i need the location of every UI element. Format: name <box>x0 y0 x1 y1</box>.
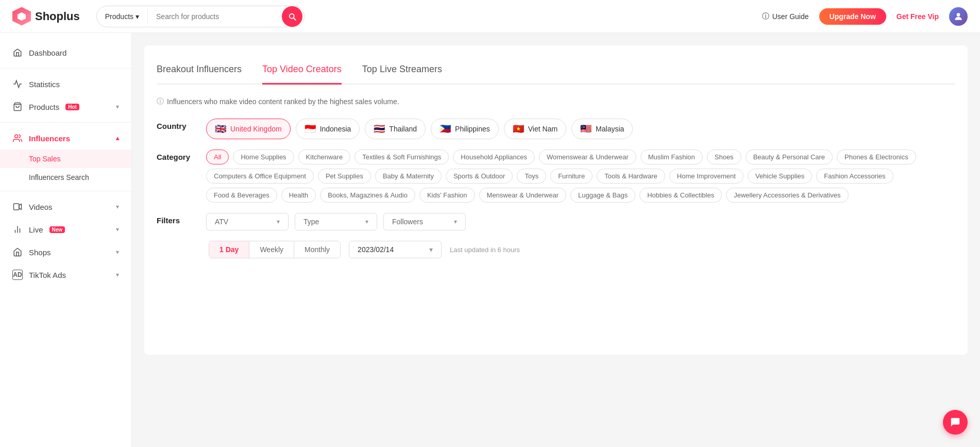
category-btn-fashion-accessories[interactable]: Fashion Accessories <box>816 169 893 184</box>
filters-row: Filters ATV ▾ Type ▾ Followers ▾ <box>157 213 955 230</box>
country-label-ph: Philippines <box>455 125 490 133</box>
atv-filter[interactable]: ATV ▾ <box>206 213 289 230</box>
category-btn-home-improvement[interactable]: Home Improvement <box>669 169 744 184</box>
filter-controls: ATV ▾ Type ▾ Followers ▾ <box>206 213 466 230</box>
period-btn-monthly[interactable]: Monthly <box>294 241 340 258</box>
ad-icon: AD <box>12 270 23 280</box>
category-btn-home-supplies[interactable]: Home Supplies <box>233 150 294 164</box>
category-btn-household[interactable]: Household Appliances <box>453 150 535 164</box>
chart-icon <box>12 79 23 89</box>
logo[interactable]: Shoplus <box>12 7 80 26</box>
sidebar-label-products: Products <box>29 103 59 111</box>
sidebar-divider-1 <box>0 68 131 69</box>
category-btn-health[interactable]: Health <box>281 188 316 203</box>
atv-chevron-icon: ▾ <box>277 218 280 225</box>
search-input[interactable] <box>148 8 282 25</box>
flag-icon-uk: 🇬🇧 <box>215 123 226 135</box>
sidebar-label-tiktok-ads: TikTok Ads <box>29 271 66 279</box>
shops-chevron-icon: ▾ <box>116 249 119 256</box>
category-btn-textiles[interactable]: Textiles & Soft Furnishings <box>354 150 449 164</box>
search-button[interactable] <box>282 6 302 27</box>
category-btn-jewellery[interactable]: Jewellery Accessories & Derivatives <box>726 188 848 203</box>
country-label-vn: Viet Nam <box>528 125 557 133</box>
live-chevron-icon: ▾ <box>116 226 119 233</box>
sidebar-item-tiktok-ads[interactable]: AD TikTok Ads ▾ <box>0 263 131 286</box>
sidebar-item-statistics[interactable]: Statistics <box>0 73 131 95</box>
category-btn-womenswear[interactable]: Womenswear & Underwear <box>539 150 636 164</box>
flag-icon-id: 🇮🇩 <box>305 123 316 135</box>
user-guide-label: User Guide <box>772 12 809 21</box>
type-filter[interactable]: Type ▾ <box>295 213 377 230</box>
category-btn-menswear[interactable]: Menswear & Underwear <box>479 188 566 203</box>
category-btn-vehicle[interactable]: Vehicle Supplies <box>748 169 812 184</box>
country-btn-ph[interactable]: 🇵🇭Philippines <box>431 119 499 139</box>
category-btn-shoes[interactable]: Shoes <box>707 150 741 164</box>
influencers-chevron-icon: ▴ <box>116 135 119 142</box>
category-btn-hobbies[interactable]: Hobbies & Collectibles <box>639 188 722 203</box>
country-label: Country <box>157 119 198 130</box>
videos-chevron-icon: ▾ <box>116 203 119 210</box>
category-btn-tools[interactable]: Tools & Hardware <box>597 169 665 184</box>
search-dropdown[interactable]: Products ▾ <box>97 8 148 25</box>
period-btn-1day[interactable]: 1 Day <box>209 241 249 258</box>
navbar: Shoplus Products ▾ ⓘ User Guide Upgrade … <box>0 0 980 33</box>
tab-top-live[interactable]: Top Live Streamers <box>362 58 442 85</box>
category-btn-books[interactable]: Books, Magazines & Audio <box>320 188 415 203</box>
category-btn-food[interactable]: Food & Beverages <box>206 188 277 203</box>
sidebar-item-videos[interactable]: Videos ▾ <box>0 195 131 218</box>
date-picker[interactable]: 2023/02/14 ▾ <box>349 241 442 258</box>
category-btn-baby[interactable]: Baby & Maternity <box>375 169 442 184</box>
period-btn-weekly[interactable]: Weekly <box>249 241 294 258</box>
sidebar-item-shops[interactable]: Shops ▾ <box>0 241 131 263</box>
user-guide-link[interactable]: ⓘ User Guide <box>762 12 809 21</box>
category-btn-beauty[interactable]: Beauty & Personal Care <box>746 150 833 164</box>
country-btn-id[interactable]: 🇮🇩Indonesia <box>296 119 360 139</box>
category-btn-all[interactable]: All <box>206 150 229 164</box>
tab-breakout[interactable]: Breakout Influencers <box>157 58 242 85</box>
country-btn-th[interactable]: 🇹🇭Thailand <box>365 119 426 139</box>
avatar-icon <box>953 11 964 22</box>
sidebar: Dashboard Statistics Products Hot ▾ <box>0 33 132 447</box>
chat-bubble[interactable] <box>943 410 968 435</box>
category-btn-sports[interactable]: Sports & Outdoor <box>446 169 513 184</box>
followers-label: Followers <box>392 218 423 226</box>
shop-icon <box>12 247 23 257</box>
chat-icon <box>950 417 961 428</box>
flag-icon-th: 🇹🇭 <box>374 123 385 135</box>
category-label: Category <box>157 150 198 161</box>
bar-chart-icon <box>12 224 23 235</box>
avatar[interactable] <box>949 7 968 26</box>
country-btn-vn[interactable]: 🇻🇳Viet Nam <box>504 119 566 139</box>
main-content: Breakout InfluencersTop Video CreatorsTo… <box>132 33 980 447</box>
upgrade-button[interactable]: Upgrade Now <box>819 8 886 25</box>
followers-filter[interactable]: Followers ▾ <box>383 213 466 230</box>
country-btn-uk[interactable]: 🇬🇧United Kingdom <box>206 119 291 139</box>
atv-label: ATV <box>215 218 228 226</box>
sidebar-sub-label-top-sales: Top Sales <box>29 155 60 163</box>
sidebar-item-influencers[interactable]: Influencers ▴ <box>0 127 131 150</box>
sidebar-sub-item-top-sales[interactable]: Top Sales <box>0 150 131 168</box>
category-btn-kids-fashion[interactable]: Kids' Fashion <box>419 188 475 203</box>
tab-top-video[interactable]: Top Video Creators <box>262 58 342 85</box>
country-btn-my[interactable]: 🇲🇾Malaysia <box>571 119 633 139</box>
sidebar-label-statistics: Statistics <box>29 80 60 89</box>
sidebar-label-influencers: Influencers <box>29 134 70 143</box>
category-btn-muslim[interactable]: Muslim Fashion <box>640 150 703 164</box>
sidebar-sub-item-influencers-search[interactable]: Influencers Search <box>0 168 131 187</box>
search-area: Products ▾ <box>96 6 305 27</box>
category-btn-phones[interactable]: Phones & Electronics <box>837 150 916 164</box>
category-btn-computers[interactable]: Computers & Office Equipment <box>206 169 314 184</box>
category-btn-luggage[interactable]: Luggage & Bags <box>570 188 635 203</box>
sidebar-item-live[interactable]: Live New ▾ <box>0 218 131 241</box>
category-btn-furniture[interactable]: Furniture <box>550 169 593 184</box>
category-btn-kitchenware[interactable]: Kitchenware <box>298 150 351 164</box>
sidebar-divider-3 <box>0 191 131 191</box>
category-btn-pet[interactable]: Pet Supplies <box>318 169 371 184</box>
sidebar-item-dashboard[interactable]: Dashboard <box>0 41 131 64</box>
bag-icon <box>12 102 23 112</box>
category-btn-toys[interactable]: Toys <box>517 169 546 184</box>
flag-icon-vn: 🇻🇳 <box>513 123 524 135</box>
get-free-vip-link[interactable]: Get Free Vip <box>897 12 939 21</box>
sidebar-item-products[interactable]: Products Hot ▾ <box>0 95 131 118</box>
category-buttons: AllHome SuppliesKitchenwareTextiles & So… <box>206 150 955 203</box>
